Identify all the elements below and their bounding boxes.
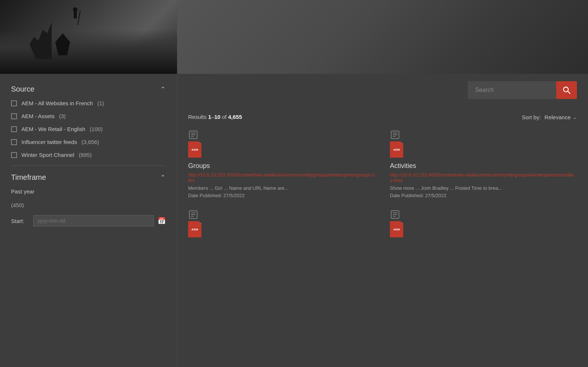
result-icon-row-0	[188, 130, 375, 140]
filter-label-4: Winter Sport Channel	[21, 152, 74, 158]
result-icon-row-2	[188, 209, 375, 220]
results-label: Results	[188, 114, 207, 120]
doc-label-0: AEM	[191, 148, 198, 151]
results-range-end: 10	[214, 114, 221, 120]
doc-icon-3: AEM	[390, 221, 403, 237]
date-start-field: Start: 📅	[11, 215, 166, 226]
doc-label-1: AEM	[393, 148, 400, 151]
search-icon	[563, 86, 571, 94]
result-date-1: Date Published: 27/5/2022	[390, 193, 577, 198]
sort-select[interactable]: Relevance ⌄	[544, 114, 577, 120]
result-title-1: Activities	[390, 162, 577, 170]
sidebar-filters: Source ⌃ AEM - All Websites in French (1…	[0, 74, 177, 367]
filter-checkbox-0[interactable]	[11, 100, 17, 106]
results-header: Results 1–10 of 4,655 Sort by: Relevance…	[188, 114, 577, 120]
results-count-text: Results 1–10 of 4,655	[188, 114, 242, 120]
result-doc-row-1: AEM	[390, 141, 577, 160]
doc-label-3: AEM	[393, 228, 400, 231]
source-filter-header: Source ⌃	[11, 85, 166, 93]
filter-item-2[interactable]: AEM - We Retail - English (100)	[11, 126, 166, 132]
search-input[interactable]	[468, 81, 556, 99]
sort-value: Relevance	[544, 114, 571, 120]
filter-item-0[interactable]: AEM - All Websites in French (1)	[11, 100, 166, 106]
filter-checkbox-1[interactable]	[11, 113, 17, 119]
filter-checkbox-3[interactable]	[11, 139, 17, 145]
source-filter-section: Source ⌃ AEM - All Websites in French (1…	[11, 85, 166, 158]
filter-count-4: (895)	[79, 152, 91, 158]
doc-icon-0: AEM	[188, 141, 201, 158]
date-start-input[interactable]	[33, 215, 154, 226]
doc-icon-1: AEM	[390, 141, 403, 158]
past-year-label: Past year	[11, 188, 166, 195]
result-doc-row-3: AEM	[390, 221, 577, 240]
page-icon-0	[188, 130, 198, 140]
hero-image-right	[177, 0, 588, 74]
timeframe-filter-title: Timeframe	[11, 173, 46, 182]
filter-label-1: AEM - Assets	[21, 113, 55, 119]
timeframe-chevron-icon[interactable]: ⌃	[160, 174, 166, 182]
results-range-start: 1	[208, 114, 211, 120]
doc-label-2: AEM	[191, 228, 198, 231]
filter-count-0: (1)	[97, 100, 104, 106]
past-year-count: (450)	[11, 202, 24, 208]
hero-banner	[0, 0, 588, 74]
result-card-1: AEM Activities http://10.6.10.232:4503/c…	[390, 130, 577, 198]
filter-checkbox-2[interactable]	[11, 126, 17, 132]
filter-item-3[interactable]: Influencer twitter feeds (3,656)	[11, 139, 166, 145]
sort-label: Sort by:	[522, 114, 541, 120]
filter-divider	[11, 165, 166, 166]
page-icon-2	[188, 209, 198, 220]
result-title-0: Groups	[188, 162, 375, 170]
filter-label-0: AEM - All Websites in French	[21, 100, 93, 106]
timeframe-filter-section: Timeframe ⌃ Past year (450) Start: 📅	[11, 173, 166, 226]
result-url-0[interactable]: http://10.6.10.232:4503/content/we-retai…	[188, 172, 375, 183]
results-count-area: Results 1–10 of 4,655	[188, 114, 242, 120]
filter-item-1[interactable]: AEM - Assets (3)	[11, 113, 166, 119]
past-year-filter[interactable]: Past year (450)	[11, 188, 166, 209]
result-card-2: AEM	[188, 209, 375, 242]
filter-count-1: (3)	[59, 113, 66, 119]
timeframe-filter-header: Timeframe ⌃	[11, 173, 166, 182]
result-url-1[interactable]: http://10.6.10.232:4503/content/we-retai…	[390, 172, 577, 183]
filter-count-3: (3,656)	[82, 139, 99, 145]
search-button[interactable]	[556, 81, 577, 99]
filter-count-2: (100)	[90, 126, 103, 132]
result-doc-row-2: AEM	[188, 221, 375, 240]
sort-container: Sort by: Relevance ⌄	[522, 114, 577, 120]
filter-item-4[interactable]: Winter Sport Channel (895)	[11, 152, 166, 158]
page-icon-1	[390, 130, 400, 140]
hero-image-left	[0, 0, 177, 74]
svg-line-1	[568, 91, 570, 93]
result-snippet-1: Show more ... Josh Bradley ... Posted Ti…	[390, 185, 577, 191]
page-icon-3	[390, 209, 400, 220]
result-doc-row-0: AEM	[188, 141, 375, 160]
source-chevron-icon[interactable]: ⌃	[160, 85, 166, 93]
sort-chevron-icon: ⌄	[573, 114, 577, 120]
result-card-0: AEM Groups http://10.6.10.232:4503/conte…	[188, 130, 375, 198]
doc-icon-2: AEM	[188, 221, 201, 237]
main-content: Source ⌃ AEM - All Websites in French (1…	[0, 74, 588, 367]
filter-label-3: Influencer twitter feeds	[21, 139, 77, 145]
result-icon-row-3	[390, 209, 577, 220]
result-icon-row-1	[390, 130, 577, 140]
calendar-icon[interactable]: 📅	[158, 217, 166, 225]
date-start-label: Start:	[11, 218, 30, 224]
result-snippet-0: Members ... Go! ... Name and URL Name ar…	[188, 185, 375, 191]
search-results-area: Results 1–10 of 4,655 Sort by: Relevance…	[177, 74, 588, 367]
results-separator: of	[222, 114, 227, 120]
filter-label-2: AEM - We Retail - English	[21, 126, 85, 132]
source-filter-title: Source	[11, 85, 34, 93]
results-total: 4,655	[228, 114, 242, 120]
search-bar	[468, 81, 577, 99]
result-date-0: Date Published: 27/5/2022	[188, 193, 375, 198]
results-grid: AEM Groups http://10.6.10.232:4503/conte…	[188, 130, 577, 253]
result-card-3: AEM	[390, 209, 577, 242]
filter-checkbox-4[interactable]	[11, 152, 17, 158]
